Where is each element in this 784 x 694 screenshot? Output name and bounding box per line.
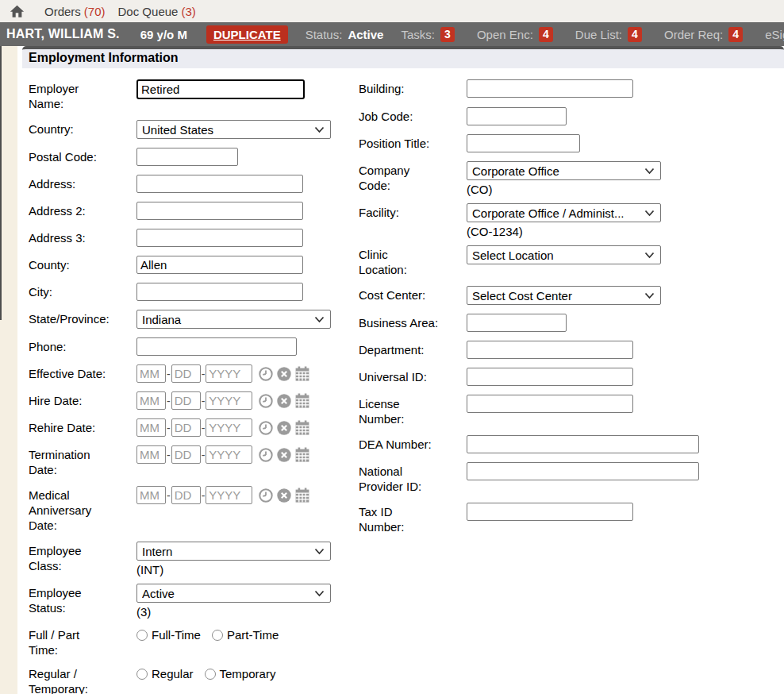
temporary-radio[interactable] — [205, 669, 216, 680]
nav-orders[interactable]: Orders (70) — [44, 5, 106, 18]
due-list-badge[interactable]: 4 — [628, 27, 642, 42]
duplicate-button[interactable]: DUPLICATE — [206, 25, 288, 44]
home-button[interactable] — [8, 2, 25, 20]
effective-date-year-input[interactable] — [206, 364, 252, 383]
postal-code-input[interactable] — [136, 148, 238, 166]
termination-date-day-input[interactable] — [171, 445, 201, 464]
row-universal-id: Universal ID: — [359, 368, 784, 386]
medical-anniversary-year-input[interactable] — [206, 486, 252, 504]
clear-icon[interactable] — [276, 420, 292, 436]
part-time-radio-label: Part-Time — [227, 628, 279, 642]
hire-date-year-input[interactable] — [206, 391, 252, 410]
department-input[interactable] — [467, 341, 633, 359]
regular-radio[interactable] — [136, 669, 148, 680]
orders-label: Orders — [44, 5, 81, 18]
position-title-input[interactable] — [467, 134, 580, 152]
date-separator: - — [202, 395, 206, 407]
address2-input[interactable] — [136, 202, 303, 220]
clear-icon[interactable] — [276, 447, 292, 463]
hire-date-month-input[interactable] — [136, 391, 166, 410]
tax-id-number-input[interactable] — [467, 503, 633, 521]
regular-option[interactable]: Regular — [136, 667, 194, 681]
calendar-icon[interactable] — [294, 488, 310, 503]
employee-status-code: (3) — [136, 605, 349, 619]
part-time-option[interactable]: Part-Time — [212, 628, 279, 642]
country-label: Country: — [29, 120, 136, 137]
medical-anniversary-day-input[interactable] — [171, 486, 201, 504]
job-code-input[interactable] — [467, 107, 567, 125]
universal-id-label: Universal ID: — [359, 368, 467, 384]
employee-status-select[interactable]: Active — [136, 584, 331, 603]
calendar-icon[interactable] — [294, 420, 310, 436]
chevron-down-icon — [314, 548, 325, 555]
date-separator: - — [167, 368, 171, 380]
full-time-radio-label: Full-Time — [152, 628, 201, 642]
effective-date-day-input[interactable] — [171, 364, 201, 383]
business-area-input[interactable] — [467, 314, 567, 332]
open-enc-badge[interactable]: 4 — [539, 27, 553, 42]
rehire-date-month-input[interactable] — [136, 418, 166, 437]
full-time-radio[interactable] — [136, 630, 148, 641]
business-area-label: Business Area: — [359, 314, 467, 330]
employer-name-input[interactable] — [136, 79, 305, 99]
row-business-area: Business Area: — [359, 314, 784, 332]
termination-date-month-input[interactable] — [136, 445, 166, 464]
row-employee-status: Employee Status: Active (3) — [29, 584, 349, 619]
building-input[interactable] — [467, 79, 633, 98]
clear-icon[interactable] — [276, 366, 292, 382]
chevron-down-icon — [644, 210, 655, 217]
clear-icon[interactable] — [276, 488, 292, 503]
clock-icon[interactable] — [258, 393, 274, 409]
facility-select[interactable]: Corporate Office / Administ... — [467, 203, 661, 222]
state-province-select[interactable]: Indiana — [136, 310, 331, 329]
phone-input[interactable] — [136, 337, 297, 356]
order-req-badge[interactable]: 4 — [728, 27, 743, 42]
row-job-code: Job Code: — [359, 107, 784, 125]
national-provider-id-input[interactable] — [467, 462, 699, 480]
facility-label: Facility: — [359, 203, 467, 220]
cost-center-select[interactable]: Select Cost Center — [467, 286, 661, 305]
employee-class-select[interactable]: Intern — [136, 542, 331, 561]
license-number-input[interactable] — [467, 395, 633, 413]
full-time-option[interactable]: Full-Time — [136, 628, 201, 642]
patient-header-bar: HART, WILLIAM S. 69 y/o M DUPLICATE Stat… — [0, 22, 784, 46]
country-select[interactable]: United States — [136, 120, 331, 139]
universal-id-input[interactable] — [467, 368, 633, 386]
address-input[interactable] — [136, 175, 303, 193]
medical-anniversary-month-input[interactable] — [136, 486, 166, 504]
rehire-date-day-input[interactable] — [171, 418, 201, 437]
county-input[interactable] — [136, 256, 303, 274]
hire-date-day-input[interactable] — [171, 391, 201, 410]
city-input[interactable] — [136, 283, 303, 301]
effective-date-month-input[interactable] — [136, 364, 166, 383]
stat-open-enc: Open Enc: 4 — [477, 27, 553, 42]
address3-input[interactable] — [136, 229, 303, 247]
tasks-badge[interactable]: 3 — [440, 27, 455, 42]
building-label: Building: — [359, 79, 467, 96]
address-label: Address: — [29, 175, 136, 191]
doc-queue-count: (3) — [181, 5, 195, 18]
company-code-code: (CO) — [467, 183, 784, 196]
company-code-select[interactable]: Corporate Office — [467, 161, 661, 180]
nav-doc-queue[interactable]: Doc Queue (3) — [118, 5, 196, 18]
rehire-date-year-input[interactable] — [206, 418, 252, 437]
calendar-icon[interactable] — [294, 366, 310, 382]
address2-label: Address 2: — [29, 202, 136, 218]
state-selected-value: Indiana — [142, 313, 314, 326]
temporary-option[interactable]: Temporary — [205, 667, 276, 681]
clinic-location-select[interactable]: Select Location — [467, 245, 661, 264]
clear-icon[interactable] — [276, 393, 292, 409]
clock-icon[interactable] — [258, 366, 274, 382]
row-hire-date: Hire Date: - - — [29, 391, 349, 410]
clock-icon[interactable] — [258, 420, 274, 436]
regular-temporary-label: Regular / Temporary: — [29, 665, 136, 694]
date-separator: - — [167, 422, 171, 434]
dea-number-input[interactable] — [467, 435, 699, 453]
calendar-icon[interactable] — [294, 447, 310, 463]
termination-date-year-input[interactable] — [206, 445, 252, 464]
clock-icon[interactable] — [258, 447, 274, 463]
row-dea-number: DEA Number: — [359, 435, 784, 453]
calendar-icon[interactable] — [294, 393, 310, 409]
clock-icon[interactable] — [258, 488, 274, 503]
part-time-radio[interactable] — [212, 630, 223, 641]
